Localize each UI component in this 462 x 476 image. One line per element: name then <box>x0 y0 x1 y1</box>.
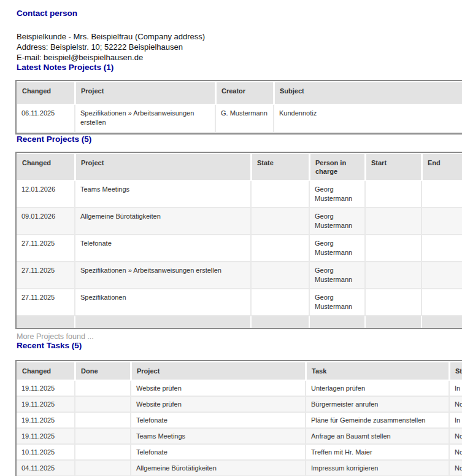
cell-task: Unterlagen prüfen <box>306 381 450 397</box>
section-title-recent-tasks: Recent Tasks (5) <box>17 341 462 351</box>
column-header-changed: Changed <box>17 153 75 181</box>
column-header-changed: Changed <box>17 361 75 381</box>
cell-project: Telefonate <box>131 445 306 461</box>
cell-done <box>75 381 131 397</box>
cell-changed: 06.11.2025 <box>17 105 75 133</box>
table-row: 19.11.2025 Teams Meetings Anfrage an Bau… <box>17 429 462 445</box>
cell-end <box>422 208 462 235</box>
cell-project: Teams Meetings <box>131 429 306 445</box>
column-header-person-in-charge: Person in charge <box>310 153 366 181</box>
cell-done <box>75 461 131 476</box>
cell-subject: Kundennotiz <box>274 105 462 133</box>
cell-state: In progress <box>450 381 462 397</box>
table-header-row: Changed Project Creator Subject <box>17 81 462 105</box>
tasks-table: Changed Done Project Task State 19.11.20… <box>17 361 462 476</box>
cell-start <box>366 235 422 262</box>
cell-project: Website prüfen <box>131 397 306 413</box>
cell-project: Allgemeine Bürotätigkeiten <box>75 208 252 235</box>
column-header-task: Task <box>306 361 450 381</box>
cell-person-in-charge: Georg Mustermann <box>310 181 366 208</box>
cell-task: Impressum korrigieren <box>306 461 450 476</box>
cell-person-in-charge: Georg Mustermann <box>310 208 366 235</box>
cell-changed: 19.11.2025 <box>17 429 75 445</box>
cell-start <box>366 262 422 289</box>
footer-cell <box>252 316 310 328</box>
cell-task: Anfrage an Bauamt stellen <box>306 429 450 445</box>
table-row: 19.11.2025 Telefonate Pläne für Gemeinde… <box>17 413 462 429</box>
cell-state: Not started <box>450 429 462 445</box>
cell-changed: 19.11.2025 <box>17 381 75 397</box>
contact-line-address: Address: Beispielstr. 10; 52222 Beispiel… <box>17 42 461 52</box>
cell-done <box>75 397 131 413</box>
column-header-project: Project <box>75 153 252 181</box>
table-row: 27.11.2025 Spezifikationen Georg Musterm… <box>17 289 462 316</box>
cell-changed: 19.11.2025 <box>17 413 75 429</box>
column-header-state: State <box>450 361 462 381</box>
cell-changed: 09.01.2026 <box>17 208 75 235</box>
cell-state: Not started <box>450 445 462 461</box>
table-footer-row <box>17 316 462 328</box>
cell-project: Website prüfen <box>131 381 306 397</box>
cell-person-in-charge: Georg Mustermann <box>310 235 366 262</box>
cell-state: Not started <box>450 397 462 413</box>
cell-end <box>422 181 462 208</box>
section-title-recent-projects: Recent Projects (5) <box>17 135 462 144</box>
cell-person-in-charge: Georg Mustermann <box>310 262 366 289</box>
cell-changed: 27.11.2025 <box>17 235 75 262</box>
section-title-contact-person: Contact person <box>17 9 462 18</box>
table-header-row: Changed Done Project Task State <box>17 361 462 381</box>
cell-person-in-charge: Georg Mustermann <box>310 289 366 316</box>
cell-start <box>366 208 422 235</box>
column-header-end: End <box>422 153 462 181</box>
cell-changed: 27.11.2025 <box>17 262 75 289</box>
cell-done <box>75 445 131 461</box>
tasks-table-frame: Changed Done Project Task State 19.11.20… <box>15 360 462 476</box>
table-row: 10.11.2025 Telefonate Treffen mit Hr. Ma… <box>17 445 462 461</box>
notes-table: Changed Project Creator Subject 06.11.20… <box>17 81 462 133</box>
cell-done <box>75 429 131 445</box>
cell-state <box>252 181 310 208</box>
cell-project: Teams Meetings <box>75 181 252 208</box>
cell-done <box>75 413 131 429</box>
cell-changed: 04.11.2025 <box>17 461 75 476</box>
cell-end <box>422 289 462 316</box>
column-header-state: State <box>252 153 310 181</box>
cell-changed: 19.11.2025 <box>17 397 75 413</box>
table-row: 12.01.2026 Teams Meetings Georg Musterma… <box>17 181 462 208</box>
cell-creator: G. Mustermann <box>216 105 274 133</box>
contact-line-company: Beispielkunde - Mrs. Beispielfrau (Compa… <box>17 31 461 42</box>
contact-line-email: E-mail: beispiel@beispielhausen.de <box>17 52 461 63</box>
footer-cell <box>17 316 75 328</box>
table-row: 27.11.2025 Telefonate Georg Mustermann <box>17 235 462 262</box>
cell-project: Spezifikationen <box>75 289 252 316</box>
cell-project: Telefonate <box>131 413 306 429</box>
table-header-row: Changed Project State Person in charge S… <box>17 153 462 181</box>
table-row: 04.11.2025 Allgemeine Bürotätigkeiten Im… <box>17 461 462 476</box>
cell-state <box>252 208 310 235</box>
table-row: 27.11.2025 Spezifikationen » Arbeitsanwe… <box>17 262 462 289</box>
cell-changed: 12.01.2026 <box>17 181 75 208</box>
column-header-project: Project <box>131 361 306 381</box>
cell-state <box>252 235 310 262</box>
column-header-changed: Changed <box>17 81 75 105</box>
cell-start <box>366 181 422 208</box>
projects-table: Changed Project State Person in charge S… <box>17 153 462 328</box>
cell-project: Telefonate <box>75 235 252 262</box>
cell-task: Pläne für Gemeinde zusammenstellen <box>306 413 450 429</box>
column-header-creator: Creator <box>216 81 274 105</box>
projects-table-frame: Changed Project State Person in charge S… <box>15 152 462 329</box>
more-projects-note: More Projects found ... <box>17 332 462 341</box>
cell-project: Spezifikationen » Arbeitsanweisungen ers… <box>75 105 216 133</box>
footer-cell <box>422 316 462 328</box>
cell-end <box>422 262 462 289</box>
report-page: Contact person Beispielkunde - Mrs. Beis… <box>0 0 462 476</box>
footer-cell <box>75 316 252 328</box>
cell-end <box>422 235 462 262</box>
cell-state <box>252 262 310 289</box>
column-header-subject: Subject <box>274 81 462 105</box>
footer-cell <box>310 316 366 328</box>
notes-table-frame: Changed Project Creator Subject 06.11.20… <box>15 80 462 135</box>
footer-cell <box>366 316 422 328</box>
column-header-start: Start <box>366 153 422 181</box>
cell-changed: 10.11.2025 <box>17 445 75 461</box>
